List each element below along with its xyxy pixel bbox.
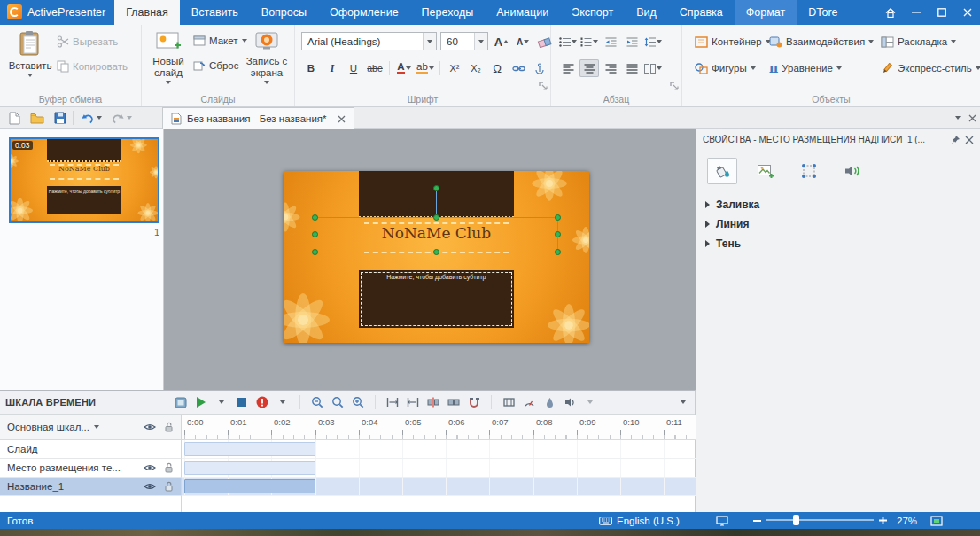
font-color-button[interactable]: A: [394, 59, 414, 77]
presentation-view-icon[interactable]: [716, 512, 728, 529]
visibility-toggle-icon[interactable]: [144, 463, 156, 472]
transition-drop-icon[interactable]: [543, 394, 556, 410]
tab-home[interactable]: Главная: [114, 0, 180, 25]
home-icon[interactable]: [877, 0, 903, 25]
new-slide-button[interactable]: Новый слайд: [146, 27, 191, 84]
timeline-selector[interactable]: Основная шкал...: [0, 415, 182, 440]
line-spacing-button[interactable]: [643, 33, 663, 50]
align-left-button[interactable]: [558, 59, 578, 77]
zoom-out-button[interactable]: [753, 512, 761, 529]
selection-handle[interactable]: [312, 214, 318, 221]
italic-button[interactable]: I: [323, 59, 342, 77]
equation-button[interactable]: π Уравнение: [769, 59, 842, 77]
paste-button[interactable]: Вставить: [7, 27, 53, 77]
container-button[interactable]: Контейнер: [695, 33, 771, 50]
open-button[interactable]: [27, 107, 48, 128]
tab-export[interactable]: Экспорт: [560, 0, 625, 25]
timeline-ruler[interactable]: 0:00 0:01 0:02 0:03 0:04 0:05 0:06 0:07 …: [182, 415, 696, 440]
record-options-caret[interactable]: [276, 394, 289, 410]
font-family-combo[interactable]: Arial (Headings): [301, 32, 437, 50]
tab-help[interactable]: Справка: [668, 0, 735, 25]
tab-transitions[interactable]: Переходы: [410, 0, 486, 25]
selection-handle[interactable]: [433, 249, 439, 255]
new-document-button[interactable]: [4, 107, 25, 128]
decrease-indent-button[interactable]: [601, 33, 620, 50]
lock-toggle-icon[interactable]: [164, 481, 174, 492]
font-size-combo[interactable]: 60: [440, 32, 488, 50]
object-duration-bar[interactable]: [184, 461, 315, 475]
font-size-caret[interactable]: [474, 33, 487, 50]
screen-record-button[interactable]: Запись с экрана: [243, 27, 291, 84]
tab-questions[interactable]: Вопросы: [250, 0, 318, 25]
columns-button[interactable]: [643, 59, 663, 77]
justify-button[interactable]: [622, 59, 642, 77]
symbol-button[interactable]: Ω: [487, 59, 507, 77]
interactions-button[interactable]: Взаимодействия: [769, 33, 874, 50]
panel-menu-caret[interactable]: [955, 116, 961, 120]
freeze-frame-button[interactable]: [502, 394, 515, 410]
selection-handle[interactable]: [312, 249, 318, 255]
size-position-tab[interactable]: [794, 158, 824, 184]
underline-button[interactable]: U: [344, 59, 363, 77]
tab-view[interactable]: Вид: [625, 0, 668, 25]
visibility-toggle-icon[interactable]: [144, 482, 156, 491]
zoom-level[interactable]: 27%: [897, 512, 917, 529]
numbered-list-button[interactable]: [579, 33, 599, 50]
media-tab[interactable]: [751, 158, 781, 184]
hyperlink-button[interactable]: [509, 59, 528, 77]
zoom-reset-button[interactable]: [331, 394, 344, 410]
object-duration-bar[interactable]: [184, 479, 315, 493]
bold-button[interactable]: B: [301, 59, 321, 77]
subscript-button[interactable]: X₂: [466, 59, 486, 77]
record-narration-button[interactable]: [256, 394, 268, 410]
rotation-handle[interactable]: [433, 185, 439, 191]
properties-close-icon[interactable]: [965, 136, 974, 144]
selection-handle[interactable]: [555, 231, 561, 237]
layout-button[interactable]: Макет: [193, 35, 247, 46]
shapes-button[interactable]: Фигуры: [695, 59, 756, 77]
timeline-more-caret[interactable]: [677, 394, 689, 410]
subtitle-placeholder[interactable]: Нажмите, чтобы добавить субтитр: [359, 270, 514, 328]
zoom-out-button[interactable]: [311, 394, 323, 410]
track-lane[interactable]: [182, 459, 696, 478]
selection-rectangle[interactable]: [315, 217, 558, 252]
stop-button[interactable]: [236, 394, 248, 410]
pin-icon[interactable]: [950, 135, 961, 145]
split-button[interactable]: [427, 394, 439, 410]
express-style-button[interactable]: Экспресс-стиль: [881, 59, 980, 77]
reset-button[interactable]: Сброс: [193, 60, 238, 71]
cut-button[interactable]: Вырезать: [57, 35, 118, 48]
grow-font-button[interactable]: A: [492, 33, 511, 50]
visibility-column-icon[interactable]: [144, 423, 156, 431]
maximize-button[interactable]: [929, 0, 954, 25]
tab-animations[interactable]: Анимации: [485, 0, 560, 25]
selection-handle[interactable]: [555, 249, 561, 255]
bullet-list-button[interactable]: [558, 33, 578, 50]
track-row-slide[interactable]: Слайд: [0, 440, 696, 459]
slide-duration-bar[interactable]: [184, 442, 315, 456]
tab-insert[interactable]: Вставить: [180, 0, 250, 25]
zoom-slider-thumb[interactable]: [793, 515, 799, 525]
superscript-button[interactable]: X²: [445, 59, 464, 77]
fit-to-window-icon[interactable]: [930, 512, 943, 529]
zoom-in-button[interactable]: [879, 512, 887, 529]
slide-editor[interactable]: NoNaMe Club Нажмите, чтобы добавить субт…: [284, 171, 589, 343]
play-button[interactable]: [195, 394, 207, 410]
document-tab-close-icon[interactable]: [338, 115, 346, 123]
zoom-in-button[interactable]: [352, 394, 364, 410]
audio-tab[interactable]: [837, 158, 867, 184]
delete-time-button[interactable]: [407, 394, 419, 410]
redo-button[interactable]: [108, 107, 135, 128]
snap-toggle-button[interactable]: [468, 394, 480, 410]
track-lane[interactable]: [182, 478, 696, 496]
fill-style-tab[interactable]: [707, 158, 737, 184]
font-dialog-launcher-icon[interactable]: [539, 82, 548, 90]
audio-options-caret[interactable]: [584, 394, 596, 410]
slide-canvas[interactable]: NoNaMe Club Нажмите, чтобы добавить субт…: [164, 129, 696, 390]
slide-thumbnail[interactable]: NoNaMe Club Нажмите, чтобы добавить субт…: [9, 137, 159, 223]
track-row-title[interactable]: Название_1: [0, 478, 696, 496]
tab-design[interactable]: Оформление: [318, 0, 410, 25]
close-button[interactable]: [954, 0, 980, 25]
section-line[interactable]: Линия: [705, 214, 749, 234]
lock-toggle-icon[interactable]: [164, 462, 174, 473]
